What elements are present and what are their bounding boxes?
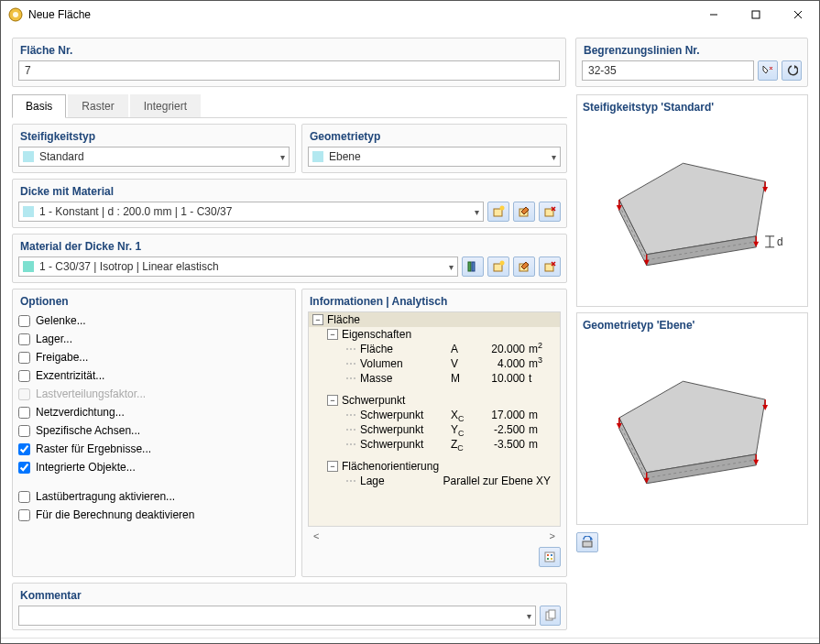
kommentar-dropdown[interactable]: ▾ [18,606,536,626]
preview-geometry-image [583,335,802,518]
delete-material-button[interactable] [539,257,561,277]
svg-rect-28 [549,610,555,618]
option-raster[interactable]: Raster für Ergebnisse... [18,440,290,458]
option-lastuebertragung[interactable]: Lastübertragung aktivieren... [18,487,290,506]
option-gelenke[interactable]: Gelenke... [18,311,290,330]
info-label: Informationen | Analytisch [302,289,566,311]
collapse-icon[interactable]: − [327,395,338,406]
tab-bar: Basis Raster Integriert [12,94,567,118]
tab-raster[interactable]: Raster [68,94,127,117]
chevron-down-icon: ▾ [552,152,556,162]
option-achsen[interactable]: Spezifische Achsen... [18,421,290,440]
footer: ? 0,00 ƒ OK Abbrechen Anwenden & weiter [1,638,819,644]
collapse-icon[interactable]: − [327,329,338,340]
delete-thickness-button[interactable] [539,202,561,222]
new-material-button[interactable] [487,257,509,277]
options-group: Optionen Gelenke... Lager... Freigabe...… [12,289,296,577]
flache-nr-group: Fläche Nr. [12,38,566,87]
info-settings-button[interactable] [539,547,561,567]
sym-xc: XC [451,409,478,421]
tab-integriert[interactable]: Integriert [130,94,201,117]
app-icon [8,7,23,22]
begrenzung-input[interactable] [582,60,754,81]
titlebar: Neue Fläche [1,1,819,28]
svg-rect-15 [472,262,475,271]
options-label: Optionen [13,289,295,311]
svg-text:d: d [777,235,783,248]
chevron-down-icon: ▾ [475,207,479,217]
info-tree[interactable]: −Fläche −Eigenschaften ⋯FlächeA20.000m2 … [308,311,561,527]
preview-refresh-button[interactable] [576,532,598,552]
svg-rect-23 [547,554,549,556]
collapse-icon[interactable]: − [327,461,338,472]
scroll-right-icon[interactable]: > [550,530,555,541]
option-freigabe[interactable]: Freigabe... [18,348,290,366]
geometrietyp-dropdown[interactable]: Ebene ▾ [308,147,561,167]
svg-rect-8 [494,209,502,216]
preview-stiffness-title: Steifigkeitstyp 'Standard' [583,101,802,114]
steifigkeitstyp-dropdown[interactable]: Standard ▾ [18,147,290,167]
material-group: Material der Dicke Nr. 1 1 - C30/37 | Is… [12,234,567,283]
chevron-down-icon: ▾ [449,262,454,272]
color-swatch [23,261,34,272]
dicke-value: 1 - Konstant | d : 200.0 mm | 1 - C30/37 [39,205,475,218]
option-lager[interactable]: Lager... [18,330,290,348]
unit-m3: m3 [529,357,556,370]
dicke-group: Dicke mit Material 1 - Konstant | d : 20… [12,179,567,228]
edit-material-button[interactable] [513,257,535,277]
svg-rect-25 [547,558,549,560]
option-netzverdichtung[interactable]: Netzverdichtung... [18,403,290,421]
material-value: 1 - C30/37 | Isotrop | Linear elastisch [39,260,449,273]
preview-stiffness: Steifigkeitstyp 'Standard' d [576,94,808,307]
unit-m2: m2 [529,343,556,355]
dicke-label: Dicke mit Material [13,180,566,202]
svg-point-1 [13,12,18,17]
material-library-button[interactable] [462,257,484,277]
color-swatch [23,151,34,162]
pick-lines-button[interactable] [758,60,778,81]
material-dropdown[interactable]: 1 - C30/37 | Isotrop | Linear elastisch … [18,257,458,277]
kommentar-label: Kommentar [13,584,566,606]
maximize-button[interactable] [735,1,777,28]
info-group: Informationen | Analytisch −Fläche −Eige… [301,289,567,577]
geometrietyp-label: Geometrietyp [302,125,566,147]
kommentar-edit-button[interactable] [540,606,561,626]
scroll-left-icon[interactable]: < [313,530,319,541]
option-integrierte[interactable]: Integrierte Objekte... [18,458,290,476]
svg-rect-16 [494,264,502,271]
geometrietyp-value: Ebene [329,150,552,163]
kommentar-group: Kommentar ▾ [12,583,567,630]
preview-geometry-title: Geometrietyp 'Ebene' [583,319,802,332]
preview-geometry: Geometrietyp 'Ebene' [576,312,808,525]
chevron-down-icon: ▾ [280,152,285,162]
geometrietyp-group: Geometrietyp Ebene ▾ [301,124,567,173]
chevron-down-icon: ▾ [527,611,531,621]
window-title: Neue Fläche [28,8,693,21]
new-thickness-button[interactable] [487,202,509,222]
svg-rect-14 [468,262,471,271]
sym-zc: ZC [451,438,478,451]
svg-rect-26 [551,558,552,560]
edit-thickness-button[interactable] [513,202,535,222]
color-swatch [23,206,34,217]
collapse-icon[interactable]: − [312,314,323,325]
material-label: Material der Dicke Nr. 1 [13,235,566,257]
option-exzentrizitaet[interactable]: Exzentrizität... [18,366,290,385]
color-swatch [312,151,323,162]
steifigkeitstyp-group: Steifigkeitstyp Standard ▾ [12,124,296,173]
minimize-button[interactable] [693,1,735,28]
flache-nr-input[interactable] [18,60,560,81]
sym-yc: YC [451,423,478,436]
dicke-dropdown[interactable]: 1 - Konstant | d : 200.0 mm | 1 - C30/37… [18,202,484,222]
begrenzung-group: Begrenzungslinien Nr. [575,38,808,87]
svg-rect-51 [583,541,592,547]
svg-rect-24 [551,554,552,556]
close-button[interactable] [777,1,819,28]
reset-lines-button[interactable] [782,60,802,81]
preview-stiffness-image: d [583,117,802,300]
svg-point-9 [500,206,505,211]
option-lastverteilung: Lastverteilungsfaktor... [18,385,290,403]
svg-rect-3 [752,11,760,18]
tab-basis[interactable]: Basis [12,94,66,118]
option-deaktivieren[interactable]: Für die Berechnung deaktivieren [18,506,290,524]
